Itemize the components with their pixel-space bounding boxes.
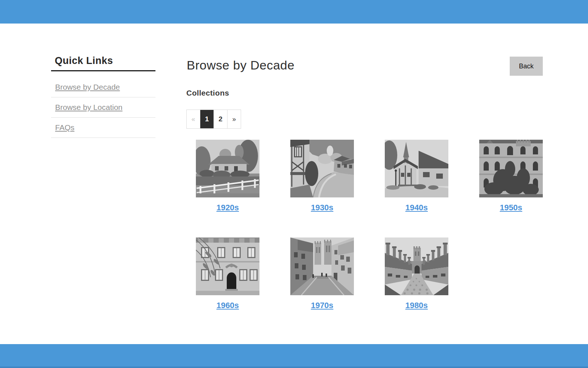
church-spire-village-photo[interactable] bbox=[385, 140, 448, 197]
faqs-link[interactable]: FAQs bbox=[55, 123, 75, 132]
thatched-cottage-photo[interactable] bbox=[196, 140, 259, 197]
gothic-college-ivy-photo[interactable] bbox=[479, 140, 543, 197]
pagination-page-2[interactable]: 2 bbox=[214, 110, 227, 128]
collection-item-1950s: 1950s bbox=[464, 140, 558, 212]
sidebar-item-browse-by-location[interactable]: Browse by Location bbox=[51, 97, 155, 118]
decade-link-1980s[interactable]: 1980s bbox=[405, 301, 428, 310]
decade-link-1920s[interactable]: 1920s bbox=[216, 203, 239, 212]
sidebar-title-rule bbox=[51, 70, 155, 71]
collection-item-1980s: 1980s bbox=[369, 237, 464, 310]
decade-link-1970s[interactable]: 1970s bbox=[311, 301, 333, 310]
collection-item-1920s: 1920s bbox=[180, 140, 275, 212]
collections-grid-row-1: 1920s bbox=[180, 140, 558, 212]
browse-by-location-link[interactable]: Browse by Location bbox=[55, 103, 122, 111]
pagination-page-1[interactable]: 1 bbox=[200, 110, 214, 128]
decade-link-1940s[interactable]: 1940s bbox=[405, 203, 428, 212]
sidebar-item-browse-by-decade[interactable]: Browse by Decade bbox=[51, 77, 155, 97]
sidebar-list: Browse by Decade Browse by Location FAQs bbox=[51, 77, 155, 138]
pagination-prev-button[interactable]: « bbox=[187, 110, 200, 128]
page-title: Browse by Decade bbox=[187, 58, 294, 72]
browse-by-decade-link[interactable]: Browse by Decade bbox=[55, 83, 120, 91]
village-street-photo[interactable] bbox=[290, 140, 354, 197]
stone-facade-doorway-photo[interactable] bbox=[196, 237, 259, 295]
collections-grid-row-2: 1960s bbox=[180, 237, 558, 310]
quick-links-sidebar: Quick Links Browse by Decade Browse by L… bbox=[51, 55, 155, 138]
collection-empty-cell bbox=[464, 237, 558, 310]
footer-bar bbox=[0, 344, 588, 368]
sidebar-item-faqs[interactable]: FAQs bbox=[51, 118, 155, 138]
decade-link-1950s[interactable]: 1950s bbox=[500, 203, 522, 212]
header-bar bbox=[0, 0, 588, 24]
collection-item-1930s: 1930s bbox=[275, 140, 369, 212]
back-button[interactable]: Back bbox=[510, 57, 543, 76]
decade-link-1960s[interactable]: 1960s bbox=[216, 301, 239, 310]
narrow-street-towers-photo[interactable] bbox=[290, 237, 354, 295]
collection-item-1960s: 1960s bbox=[180, 237, 275, 310]
collections-heading: Collections bbox=[186, 89, 229, 97]
collection-item-1970s: 1970s bbox=[275, 237, 369, 310]
collection-item-1940s: 1940s bbox=[369, 140, 464, 212]
cobbled-close-cathedral-photo[interactable] bbox=[385, 237, 448, 295]
pagination: « 1 2 » bbox=[186, 110, 241, 129]
pagination-next-button[interactable]: » bbox=[227, 110, 241, 128]
sidebar-title: Quick Links bbox=[51, 55, 155, 67]
decade-link-1930s[interactable]: 1930s bbox=[311, 203, 333, 212]
